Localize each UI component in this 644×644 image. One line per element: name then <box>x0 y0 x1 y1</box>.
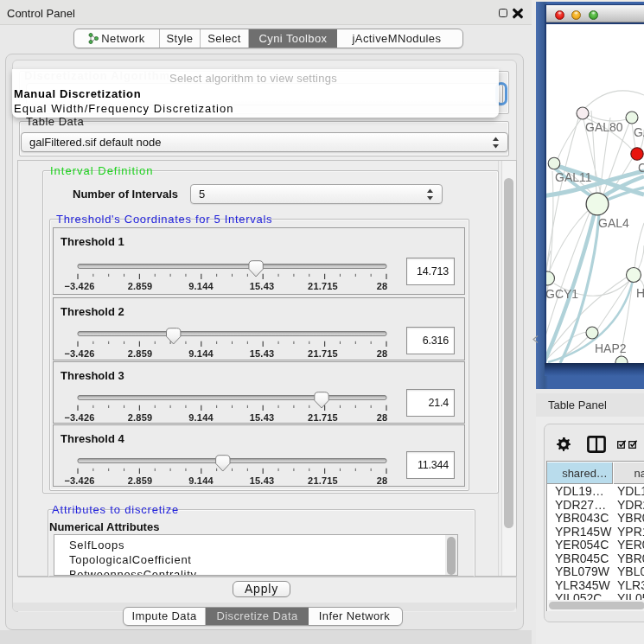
svg-text:HAP2: HAP2 <box>595 341 627 355</box>
svg-text:GAL11: GAL11 <box>555 170 592 184</box>
svg-text:C: C <box>638 161 644 175</box>
svg-text:H: H <box>636 286 644 300</box>
svg-text:GA: GA <box>634 125 644 139</box>
svg-text:GAL4: GAL4 <box>598 216 629 230</box>
svg-text:GCY1: GCY1 <box>546 287 578 301</box>
svg-text:GAL80: GAL80 <box>585 120 623 134</box>
